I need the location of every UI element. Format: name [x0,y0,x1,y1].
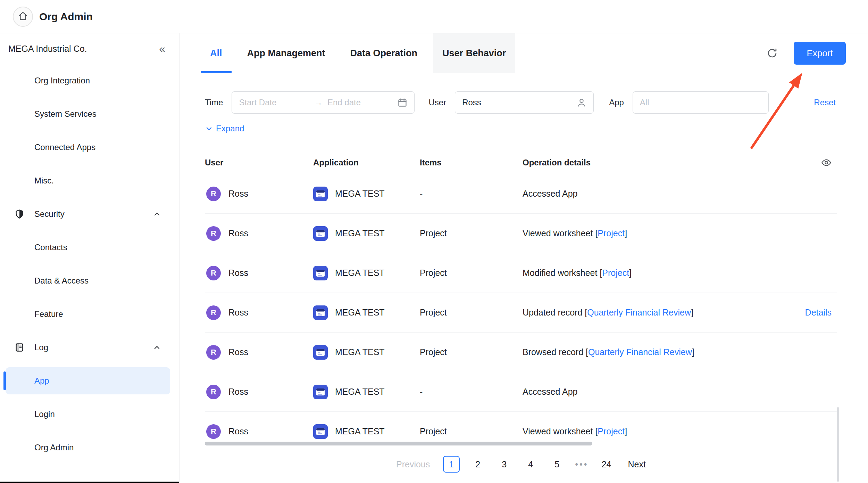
user-name: Ross [228,347,248,357]
sidebar-item-data-access[interactable]: Data & Access [0,264,179,297]
pagination-page-2[interactable]: 2 [469,456,486,473]
expand-toggle[interactable]: Expand [205,123,260,134]
sidebar-item-label: Login [34,409,55,419]
export-button[interactable]: Export [794,42,846,65]
sidebar-item-label: Org Admin [34,443,74,452]
user-filter-input[interactable]: Ross [455,91,594,114]
table-row: R Ross MEGA TEST Project Viewed workshee… [205,214,837,253]
application-cell: MEGA TEST [313,345,420,360]
horizontal-scrollbar[interactable] [205,442,592,445]
operation-target-link[interactable]: Project [602,268,629,278]
operation-target-link[interactable]: Quarterly Financial Review [588,347,692,357]
tab-data-operation[interactable]: Data Operation [341,33,427,73]
app-icon [313,226,328,241]
user-name: Ross [228,308,248,318]
sidebar-item-misc[interactable]: Misc. [0,164,179,197]
avatar: R [206,385,221,399]
operation-target-link[interactable]: Project [598,228,625,238]
application-cell: MEGA TEST [313,266,420,280]
app-filter-placeholder: All [640,98,649,107]
pagination-previous[interactable]: Previous [396,459,430,469]
pagination-next[interactable]: Next [628,459,646,469]
app-name: MEGA TEST [335,426,385,436]
user-cell: R Ross [205,187,313,201]
chevron-up-icon[interactable] [153,210,161,218]
sidebar-item-app[interactable]: App [0,364,179,398]
main-content: AllApp ManagementData OperationUser Beha… [180,33,868,483]
pagination-page-5[interactable]: 5 [549,456,565,473]
avatar: R [206,345,221,360]
details-link[interactable]: Details [805,308,832,318]
sidebar-item-security[interactable]: Security [0,197,179,231]
table-body: R Ross MEGA TEST - Accessed App R Ross M… [205,174,837,440]
pagination-page-1[interactable]: 1 [443,456,460,473]
sidebar-item-connected-apps[interactable]: Connected Apps [0,131,179,164]
application-cell: MEGA TEST [313,187,420,201]
table-row: R Ross MEGA TEST Project Modified worksh… [205,253,837,293]
refresh-icon[interactable] [767,48,778,59]
operation-details-cell: Updated record [Quarterly Financial Revi… [523,308,788,318]
col-operation-details: Operation details [523,158,788,167]
sidebar-item-feature[interactable]: Feature [0,297,179,331]
application-cell: MEGA TEST [313,424,420,439]
table-header: User Application Items Operation details [205,151,837,174]
collapse-sidebar-icon[interactable]: « [159,43,165,54]
topbar: Org Admin [0,0,868,33]
sidebar-item-label: Security [34,209,65,219]
home-button[interactable] [13,7,33,27]
operation-target-link[interactable]: Project [598,426,625,436]
expand-label: Expand [216,124,244,133]
operation-details-cell: Viewed worksheet [Project] [523,426,788,436]
sidebar-item-label: System Services [34,109,97,119]
column-visibility-eye-icon[interactable] [821,157,832,168]
items-cell: Project [420,308,523,318]
user-name: Ross [228,387,248,397]
sidebar-item-label: Org Integration [34,76,90,85]
tab-user-behavior[interactable]: User Behavior [433,33,515,73]
table-row: R Ross MEGA TEST Project Browsed record … [205,333,837,372]
chevron-down-icon [205,124,213,133]
col-application: Application [313,158,420,167]
operation-details-cell: Viewed worksheet [Project] [523,228,788,238]
avatar: R [206,305,221,320]
app-icon [313,266,328,280]
tab-app-management[interactable]: App Management [238,33,335,73]
pagination-page-24[interactable]: 24 [598,456,615,473]
pagination-page-3[interactable]: 3 [496,456,512,473]
vertical-scrollbar[interactable] [837,407,839,482]
app-name: MEGA TEST [335,189,385,199]
shield-icon [15,209,24,219]
operation-details-cell: Accessed App [523,387,788,397]
pagination-page-4[interactable]: 4 [522,456,539,473]
app-name: MEGA TEST [335,268,385,278]
date-range-arrow: → [314,98,323,107]
operation-details-cell: Browsed record [Quarterly Financial Revi… [523,347,788,357]
user-name: Ross [228,189,248,199]
user-name: Ross [228,268,248,278]
sidebar-item-contacts[interactable]: Contacts [0,231,179,264]
home-icon [18,11,28,22]
filters-bar: Time Start Date → End date User Ross A [205,91,845,114]
operation-target-link[interactable]: Quarterly Financial Review [587,308,691,317]
sidebar-item-label: Connected Apps [34,142,95,152]
col-items: Items [420,158,523,167]
log-icon [15,343,24,352]
sidebar-item-system-services[interactable]: System Services [0,97,179,131]
operation-text: Accessed App [523,189,577,198]
app-filter-input[interactable]: All [633,91,769,114]
app-name: MEGA TEST [335,387,385,397]
operation-text: Modified worksheet [523,268,597,278]
avatar: R [206,266,221,280]
user-cell: R Ross [205,226,313,241]
sidebar-item-log[interactable]: Log [0,331,179,364]
sidebar-item-org-integration[interactable]: Org Integration [0,64,179,97]
date-range-input[interactable]: Start Date → End date [232,91,415,114]
table-row: R Ross MEGA TEST Project Updated record … [205,293,837,333]
operation-text: Updated record [523,308,582,317]
sidebar-item-org-admin[interactable]: Org Admin [0,431,179,464]
tab-all[interactable]: All [201,33,232,73]
reset-link[interactable]: Reset [814,98,836,107]
sidebar-item-login[interactable]: Login [0,398,179,431]
chevron-up-icon[interactable] [153,343,161,352]
pagination-ellipsis[interactable]: ••• [575,459,588,469]
